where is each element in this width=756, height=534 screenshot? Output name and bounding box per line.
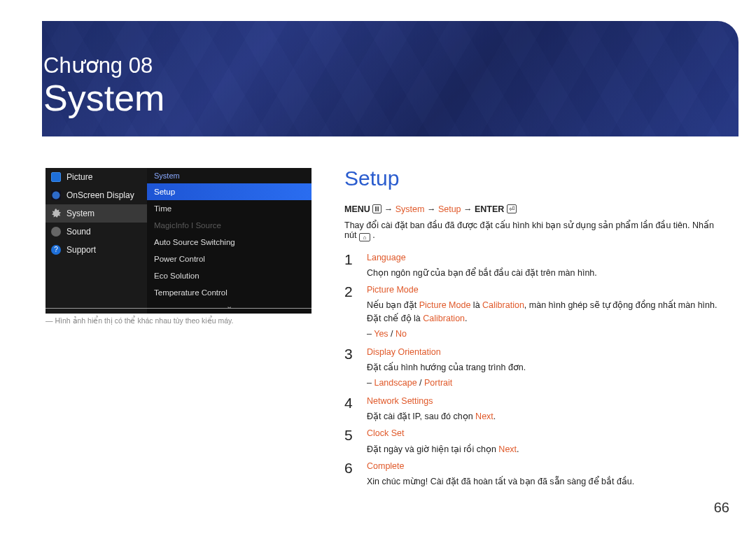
- step-body: LanguageChọn ngôn ngữ của bạn để bắt đầu…: [367, 251, 721, 279]
- chapter-label: Chương 08: [43, 52, 153, 78]
- menu-icon: Ⅲ: [372, 204, 382, 213]
- description-line: Thay đổi cài đặt ban đầu đã được đặt cấu…: [344, 220, 721, 241]
- step: 3Display OrientationĐặt cấu hình hướng c…: [344, 346, 721, 391]
- menu-right-pane: System SetupTimeMagicInfo I SourceAuto S…: [147, 168, 312, 314]
- step-body: Picture ModeNếu bạn đặt Picture Mode là …: [367, 283, 721, 342]
- menu-right-item: Eco Solution: [147, 267, 312, 284]
- step-title: Network Settings: [367, 396, 433, 406]
- menu-left-item: ?Support: [46, 241, 147, 259]
- sound-icon: [51, 227, 61, 237]
- step: 2Picture ModeNếu bạn đặt Picture Mode là…: [344, 283, 721, 342]
- step-body: Clock SetĐặt ngày và giờ hiện tại rồi ch…: [367, 427, 721, 455]
- menu-left-label: System: [66, 209, 94, 218]
- step-sub: Landscape / Portrait: [367, 377, 721, 389]
- menu-left-item: OnScreen Display: [46, 186, 147, 204]
- enter-icon: ⏎: [507, 204, 517, 213]
- desc-before: Thay đổi cài đặt ban đầu đã được đặt cấu…: [344, 220, 714, 240]
- onscreen-icon: [51, 190, 61, 200]
- menu-right-item: Time: [147, 200, 312, 217]
- menu-left-pane: PictureOnScreen DisplaySystemSound?Suppo…: [46, 168, 147, 314]
- footnote-divider: [46, 308, 312, 309]
- step-number: 6: [344, 460, 354, 488]
- step-number: 5: [344, 427, 354, 455]
- path-enter-label: ENTER: [475, 204, 507, 214]
- step-sub: Yes / No: [367, 328, 721, 340]
- menu-left-label: Picture: [66, 172, 92, 182]
- desc-after: .: [370, 230, 375, 240]
- path-arrow-3: →: [461, 204, 475, 214]
- steps-list: 1LanguageChọn ngôn ngữ của bạn để bắt đầ…: [344, 251, 721, 488]
- path-setup: Setup: [438, 204, 461, 214]
- menu-left-label: Support: [66, 245, 96, 255]
- step-number: 4: [344, 395, 354, 423]
- section-title: Setup: [344, 167, 721, 190]
- main-content: Setup MENU Ⅲ → System → Setup → ENTER ⏎ …: [344, 167, 721, 492]
- picture-icon: [51, 172, 61, 182]
- menu-right-item: Power Control: [147, 251, 312, 267]
- step-desc: Đặt ngày và giờ hiện tại rồi chọn Next.: [367, 443, 721, 456]
- step: 1LanguageChọn ngôn ngữ của bạn để bắt đầ…: [344, 251, 721, 279]
- step-title: Complete: [367, 461, 405, 471]
- step-body: Display OrientationĐặt cấu hình hướng củ…: [367, 346, 721, 391]
- menu-left-item: Picture: [46, 168, 147, 186]
- step-desc: Đặt cấu hình hướng của trang trình đơn.: [367, 361, 721, 374]
- menu-right-item: Temperature Control: [147, 284, 312, 301]
- step-number: 3: [344, 346, 354, 391]
- menu-left-label: OnScreen Display: [66, 190, 134, 200]
- step-number: 2: [344, 283, 354, 342]
- step-title: Picture Mode: [367, 285, 419, 295]
- footnote-text: ― Hình ảnh hiển thị có thể khác nhau tùy…: [46, 316, 233, 325]
- page-number: 66: [714, 500, 729, 516]
- step-title: Language: [367, 253, 406, 262]
- menu-right-item: Auto Source Switching: [147, 234, 312, 251]
- path-arrow-1: →: [382, 204, 395, 214]
- path-menu-label: MENU: [344, 204, 372, 214]
- menu-path: MENU Ⅲ → System → Setup → ENTER ⏎: [344, 204, 721, 214]
- menu-left-label: Sound: [66, 227, 91, 237]
- menu-right-header: System: [147, 168, 312, 183]
- step: 6CompleteXin chúc mừng! Cài đặt đã hoàn …: [344, 460, 721, 488]
- menu-right-item: Setup: [147, 183, 312, 200]
- step-desc: Đặt cài đặt IP, sau đó chọn Next.: [367, 410, 721, 423]
- step-body: Network SettingsĐặt cài đặt IP, sau đó c…: [367, 395, 721, 423]
- step-title: Clock Set: [367, 428, 405, 438]
- menu-left-item: System: [46, 204, 147, 223]
- path-arrow-2: →: [424, 204, 438, 214]
- menu-screenshot: PictureOnScreen DisplaySystemSound?Suppo…: [46, 168, 312, 314]
- step-desc: Chọn ngôn ngữ của bạn để bắt đầu cài đặt…: [367, 267, 721, 279]
- home-button-icon: ⌂: [359, 233, 370, 241]
- chapter-title: System: [43, 77, 164, 119]
- step-body: CompleteXin chúc mừng! Cài đặt đã hoàn t…: [367, 460, 721, 488]
- menu-right-item: MagicInfo I Source: [147, 217, 312, 234]
- step-title: Display Orientation: [367, 347, 441, 357]
- step: 4Network SettingsĐặt cài đặt IP, sau đó …: [344, 395, 721, 423]
- step-desc: Xin chúc mừng! Cài đặt đã hoàn tất và bạ…: [367, 475, 721, 488]
- system-icon: [51, 209, 61, 218]
- step-desc: Nếu bạn đặt Picture Mode là Calibration,…: [367, 299, 721, 324]
- menu-left-item: Sound: [46, 223, 147, 241]
- step: 5Clock SetĐặt ngày và giờ hiện tại rồi c…: [344, 427, 721, 455]
- step-number: 1: [344, 251, 354, 279]
- chevron-down-icon: ⌄: [147, 301, 312, 314]
- path-system: System: [396, 204, 425, 214]
- support-icon: ?: [51, 245, 61, 255]
